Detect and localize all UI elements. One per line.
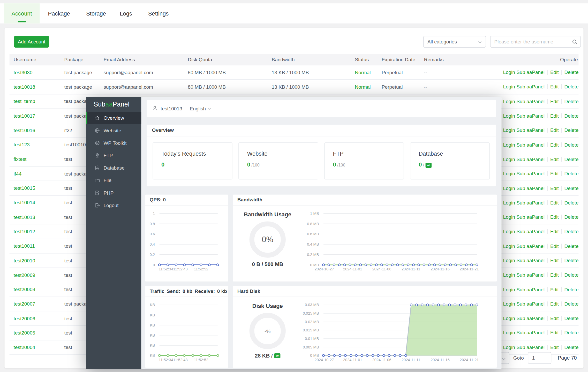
edit-link[interactable]: Edit bbox=[550, 229, 559, 234]
edit-link[interactable]: Edit bbox=[550, 98, 559, 104]
login-sub-aapanel-link[interactable]: Login Sub aaPanel bbox=[503, 98, 545, 104]
login-sub-aapanel-link[interactable]: Login Sub aaPanel bbox=[503, 345, 545, 350]
sidebar-item-ftp[interactable]: FTP bbox=[86, 149, 141, 162]
edit-link[interactable]: Edit bbox=[550, 156, 559, 162]
delete-link[interactable]: Delete bbox=[564, 127, 579, 133]
login-sub-aapanel-link[interactable]: Login Sub aaPanel bbox=[503, 171, 545, 177]
add-account-button[interactable]: Add Account bbox=[14, 36, 49, 48]
tab-package[interactable]: Package bbox=[48, 3, 70, 23]
username-link[interactable]: test20009 bbox=[14, 272, 35, 278]
category-filter-select[interactable]: All categories bbox=[423, 36, 486, 48]
sidebar-item-overview[interactable]: Overview bbox=[86, 112, 141, 124]
delete-link[interactable]: Delete bbox=[564, 185, 579, 191]
login-sub-aapanel-link[interactable]: Login Sub aaPanel bbox=[503, 316, 545, 321]
edit-link[interactable]: Edit bbox=[550, 287, 559, 292]
edit-link[interactable]: Edit bbox=[550, 301, 559, 307]
username-link[interactable]: test10018 bbox=[14, 84, 35, 90]
username-link[interactable]: test123 bbox=[14, 142, 30, 148]
edit-link[interactable]: Edit bbox=[550, 200, 559, 206]
login-sub-aapanel-link[interactable]: Login Sub aaPanel bbox=[503, 127, 545, 133]
sidebar-item-php[interactable]: PHP bbox=[86, 187, 141, 199]
edit-link[interactable]: Edit bbox=[550, 127, 559, 133]
username-link[interactable]: test20010 bbox=[14, 258, 35, 263]
edit-link[interactable]: Edit bbox=[550, 113, 559, 119]
username-link[interactable]: test3030 bbox=[14, 70, 33, 75]
username-link[interactable]: test_temp bbox=[14, 98, 35, 104]
delete-link[interactable]: Delete bbox=[564, 156, 579, 162]
sidebar-item-website[interactable]: Website bbox=[86, 124, 141, 137]
delete-link[interactable]: Delete bbox=[564, 316, 579, 321]
username-link[interactable]: test10015 bbox=[14, 185, 35, 191]
login-sub-aapanel-link[interactable]: Login Sub aaPanel bbox=[503, 84, 545, 90]
delete-link[interactable]: Delete bbox=[564, 214, 579, 220]
edit-link[interactable]: Edit bbox=[550, 142, 559, 148]
language-select[interactable]: English bbox=[190, 106, 211, 111]
delete-link[interactable]: Delete bbox=[564, 113, 579, 119]
username-link[interactable]: test20005 bbox=[14, 330, 35, 336]
login-sub-aapanel-link[interactable]: Login Sub aaPanel bbox=[503, 287, 545, 292]
edit-link[interactable]: Edit bbox=[550, 316, 559, 321]
edit-link[interactable]: Edit bbox=[550, 171, 559, 177]
page-count-label: Page 70 bbox=[558, 352, 577, 364]
delete-link[interactable]: Delete bbox=[564, 345, 579, 350]
username-link[interactable]: test10012 bbox=[14, 229, 35, 234]
edit-link[interactable]: Edit bbox=[550, 84, 559, 90]
username-link[interactable]: test20007 bbox=[14, 301, 35, 307]
delete-link[interactable]: Delete bbox=[564, 301, 579, 307]
tab-account[interactable]: Account bbox=[4, 3, 40, 23]
tab-logs[interactable]: Logs bbox=[120, 3, 132, 23]
edit-link[interactable]: Edit bbox=[550, 214, 559, 220]
delete-link[interactable]: Delete bbox=[564, 229, 579, 234]
username-link[interactable]: test20008 bbox=[14, 287, 35, 292]
login-sub-aapanel-link[interactable]: Login Sub aaPanel bbox=[503, 185, 545, 191]
login-sub-aapanel-link[interactable]: Login Sub aaPanel bbox=[503, 258, 545, 263]
login-sub-aapanel-link[interactable]: Login Sub aaPanel bbox=[503, 142, 545, 148]
username-link[interactable]: test10013 bbox=[14, 214, 35, 220]
delete-link[interactable]: Delete bbox=[564, 171, 579, 177]
edit-link[interactable]: Edit bbox=[550, 330, 559, 336]
edit-link[interactable]: Edit bbox=[550, 258, 559, 263]
login-sub-aapanel-link[interactable]: Login Sub aaPanel bbox=[503, 229, 545, 234]
username-link[interactable]: test10011 bbox=[14, 243, 35, 249]
login-sub-aapanel-link[interactable]: Login Sub aaPanel bbox=[503, 113, 545, 119]
username-link[interactable]: test20006 bbox=[14, 316, 35, 321]
delete-link[interactable]: Delete bbox=[564, 272, 579, 278]
login-sub-aapanel-link[interactable]: Login Sub aaPanel bbox=[503, 272, 545, 278]
username-link[interactable]: test10016 bbox=[14, 127, 35, 133]
login-sub-aapanel-link[interactable]: Login Sub aaPanel bbox=[503, 70, 545, 75]
search-input[interactable] bbox=[491, 39, 569, 45]
delete-link[interactable]: Delete bbox=[564, 98, 579, 104]
edit-link[interactable]: Edit bbox=[550, 185, 559, 191]
delete-link[interactable]: Delete bbox=[564, 70, 579, 75]
delete-link[interactable]: Delete bbox=[564, 330, 579, 336]
tab-settings[interactable]: Settings bbox=[148, 3, 169, 23]
username-link[interactable]: test10017 bbox=[14, 113, 35, 119]
username-link[interactable]: fixtest bbox=[14, 156, 27, 162]
search-icon[interactable] bbox=[569, 36, 581, 47]
username-link[interactable]: if44 bbox=[14, 171, 22, 177]
tab-storage[interactable]: Storage bbox=[86, 3, 106, 23]
login-sub-aapanel-link[interactable]: Login Sub aaPanel bbox=[503, 156, 545, 162]
login-sub-aapanel-link[interactable]: Login Sub aaPanel bbox=[503, 243, 545, 249]
delete-link[interactable]: Delete bbox=[564, 287, 579, 292]
login-sub-aapanel-link[interactable]: Login Sub aaPanel bbox=[503, 214, 545, 220]
edit-link[interactable]: Edit bbox=[550, 70, 559, 75]
edit-link[interactable]: Edit bbox=[550, 345, 559, 350]
login-sub-aapanel-link[interactable]: Login Sub aaPanel bbox=[503, 200, 545, 206]
username-link[interactable]: test10014 bbox=[14, 200, 35, 206]
sidebar-item-file[interactable]: File bbox=[86, 174, 141, 187]
edit-link[interactable]: Edit bbox=[550, 272, 559, 278]
username-link[interactable]: test20004 bbox=[14, 345, 35, 350]
sidebar-item-database[interactable]: Database bbox=[86, 162, 141, 174]
login-sub-aapanel-link[interactable]: Login Sub aaPanel bbox=[503, 330, 545, 336]
delete-link[interactable]: Delete bbox=[564, 243, 579, 249]
delete-link[interactable]: Delete bbox=[564, 258, 579, 263]
delete-link[interactable]: Delete bbox=[564, 84, 579, 90]
sidebar-item-logout[interactable]: Logout bbox=[86, 199, 141, 211]
edit-link[interactable]: Edit bbox=[550, 243, 559, 249]
goto-page-input[interactable] bbox=[528, 352, 552, 364]
delete-link[interactable]: Delete bbox=[564, 200, 579, 206]
login-sub-aapanel-link[interactable]: Login Sub aaPanel bbox=[503, 301, 545, 307]
sidebar-item-wp-toolkit[interactable]: WP Toolkit bbox=[86, 137, 141, 149]
delete-link[interactable]: Delete bbox=[564, 142, 579, 148]
